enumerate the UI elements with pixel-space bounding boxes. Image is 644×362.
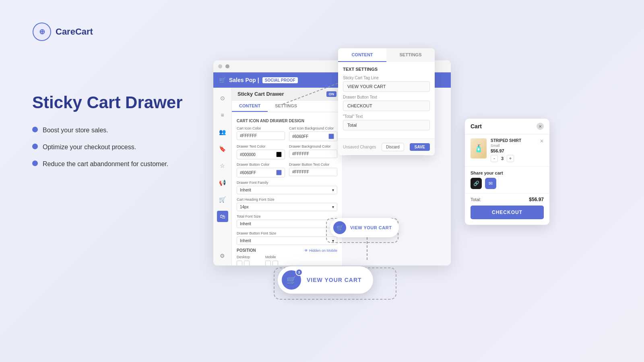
form-group-total-size: Total Font Size Inherit ▾: [237, 214, 337, 228]
form-group-drawer-bg: Drawer Background Color #FFFFFF: [289, 144, 337, 159]
total-value: $56.97: [529, 197, 544, 202]
cart-panel-header: Cart ✕: [465, 119, 549, 134]
position-label: POSITION: [237, 248, 256, 253]
share-icons: 🔗 ✉: [471, 178, 544, 189]
qty-decrease[interactable]: -: [491, 155, 498, 162]
input-icon-color[interactable]: #FFFFFF: [237, 132, 285, 140]
drawer-text-swatch: [276, 152, 282, 157]
label-btn-text: Drawer Button Text Color: [289, 162, 337, 167]
bullet-item-1: Boost your store sales.: [32, 125, 189, 135]
logo-text: CareCart: [56, 27, 93, 37]
cart-panel: Cart ✕ 🧴 STRIPED SHIRT Small $56.97 - 3 …: [465, 119, 549, 225]
settings-field-tagline: Sticky Cart Tag Line VIEW YOUR CART: [343, 76, 430, 92]
sidebar-icon-2[interactable]: ≡: [217, 109, 228, 121]
drawer-text-value: #000000: [240, 152, 256, 157]
btn-text-value: #FFFFFF: [292, 170, 309, 174]
pos-m-tr[interactable]: [272, 261, 278, 265]
cart-item-details: STRIPED SHIRT Small $56.97 - 3 +: [491, 138, 536, 162]
tab-content[interactable]: CONTENT: [232, 101, 268, 112]
qty-value: 3: [501, 156, 504, 161]
tab-settings[interactable]: SETTINGS: [268, 101, 304, 112]
input-drawer-text[interactable]: #000000: [237, 150, 285, 159]
input-btn-text[interactable]: #FFFFFF: [289, 168, 337, 176]
label-drawer-bg: Drawer Background Color: [289, 144, 337, 148]
form-group-heading-size: Cart Heading Font Size 14px ▾: [237, 197, 337, 211]
settings-tab-settings[interactable]: SETTINGS: [386, 48, 435, 62]
label-heading-size: Cart Heading Font Size: [237, 197, 337, 202]
bullet-dot-1: [32, 127, 38, 132]
form-row-3: Drawer Button Color #6060FF Drawer Butto…: [237, 162, 337, 177]
drawer-bg-value: #FFFFFF: [292, 152, 309, 156]
chevron-down-icon: ▾: [332, 188, 334, 192]
cart-widget-lg[interactable]: 🛒 3 VIEW YOUR CART: [278, 266, 373, 294]
sidebar-icon-settings[interactable]: ⚙: [217, 250, 228, 261]
pos-tl[interactable]: [237, 261, 242, 265]
qty-increase[interactable]: +: [507, 155, 514, 162]
desktop-group: Desktop Bottom Left: [237, 255, 253, 265]
left-content: Sticky Cart Drawer Boost your store sale…: [32, 93, 189, 169]
icon-color-value: #FFFFFF: [240, 134, 257, 138]
panel-header: Sticky Cart Drawer ON: [232, 88, 342, 101]
input-drawer-bg[interactable]: #FFFFFF: [289, 150, 337, 158]
sidebar-icon-cart-active[interactable]: 🛍: [217, 211, 228, 222]
mobile-grid: [265, 261, 282, 265]
position-groups: Desktop Bottom Left Mobile: [237, 255, 337, 265]
select-heading-size[interactable]: 14px ▾: [237, 203, 337, 211]
sidebar-icon-3[interactable]: 👥: [217, 126, 228, 138]
select-total-size[interactable]: Inherit ▾: [237, 220, 337, 228]
label-btn-size: Drawer Button Font Size: [237, 231, 337, 235]
position-header: POSITION 👁 Hidden on Mobile: [237, 248, 337, 253]
label-btn-color: Drawer Button Color: [237, 162, 285, 167]
settings-panel: CONTENT SETTINGS TEXT SETTINGS Sticky Ca…: [338, 48, 435, 155]
sidebar-icon-6[interactable]: 📢: [217, 177, 228, 188]
save-button[interactable]: SAVE: [410, 143, 430, 151]
input-btn-color[interactable]: #6060FF: [237, 168, 285, 177]
bullet-text-2: Optimize your checkout process.: [43, 142, 136, 152]
discard-button[interactable]: Discard: [382, 143, 404, 151]
cart-badge: 3: [295, 269, 303, 276]
sidebar-icon-4[interactable]: 🔖: [217, 143, 228, 154]
form-group-icon-color: Cart Icon Color #FFFFFF: [237, 126, 285, 141]
form-group-drawer-text: Drawer Text Color #000000: [237, 144, 285, 159]
input-icon-bg[interactable]: #6060FF: [289, 132, 337, 141]
cart-icon-sm: 🛒: [333, 221, 346, 234]
section-design-title: CART ICON AND DRAWER DESIGN: [237, 119, 337, 123]
logo-icon: ⊕: [32, 22, 52, 41]
sidebar-icon-1[interactable]: ⊙: [217, 93, 228, 104]
input-btn-text-setting[interactable]: CHECKOUT: [343, 101, 430, 111]
select-btn-size[interactable]: Inherit ▾: [237, 237, 337, 245]
form-group-btn-color: Drawer Button Color #6060FF: [237, 162, 285, 177]
bullet-text-3: Reduce the cart abandonment for customer…: [43, 159, 168, 169]
unsaved-status: Unsaved Changes: [343, 145, 376, 149]
cart-widget-sm[interactable]: 🛒 VIEW YOUR CART: [330, 218, 399, 237]
sidebar-icon-7[interactable]: 🛒: [217, 194, 228, 205]
settings-tab-content[interactable]: CONTENT: [338, 48, 386, 62]
checkout-button[interactable]: CHECKOUT: [471, 206, 544, 219]
toggle-on[interactable]: ON: [326, 91, 337, 97]
pos-m-tl[interactable]: [265, 261, 271, 265]
app-header-badge: SOCIAL PROOF: [262, 77, 298, 83]
cart-close-button[interactable]: ✕: [537, 123, 544, 130]
label-tagline: Sticky Cart Tag Line: [343, 76, 430, 80]
share-email-icon[interactable]: ✉: [485, 178, 496, 189]
mobile-group: Mobile Bottom Left: [265, 255, 282, 265]
share-link-icon[interactable]: 🔗: [471, 178, 482, 189]
window-dot-2: [225, 64, 229, 68]
pos-tr[interactable]: [244, 261, 250, 265]
label-font-family: Drawer Font Family: [237, 181, 337, 185]
btn-color-swatch: [276, 170, 282, 175]
feature-list: Boost your store sales. Optimize your ch…: [32, 125, 189, 169]
cart-item-size: Small: [491, 144, 536, 148]
select-font-family[interactable]: Inherit ▾: [237, 186, 337, 194]
item-remove-button[interactable]: ✕: [540, 138, 544, 162]
label-drawer-text: Drawer Text Color: [237, 144, 285, 148]
input-tagline[interactable]: VIEW YOUR CART: [343, 81, 430, 92]
form-group-btn-size: Drawer Button Font Size Inherit ▾: [237, 231, 337, 245]
mobile-label: Mobile: [265, 255, 282, 259]
panel-content: CART ICON AND DRAWER DESIGN Cart Icon Co…: [232, 112, 342, 265]
label-btn-text-setting: Drawer Button Text: [343, 95, 430, 99]
sidebar-icon-5[interactable]: ☆: [217, 160, 228, 171]
bullet-text-1: Boost your store sales.: [43, 125, 108, 135]
input-total-text[interactable]: Total: [343, 120, 430, 130]
btn-color-value: #6060FF: [240, 171, 256, 175]
